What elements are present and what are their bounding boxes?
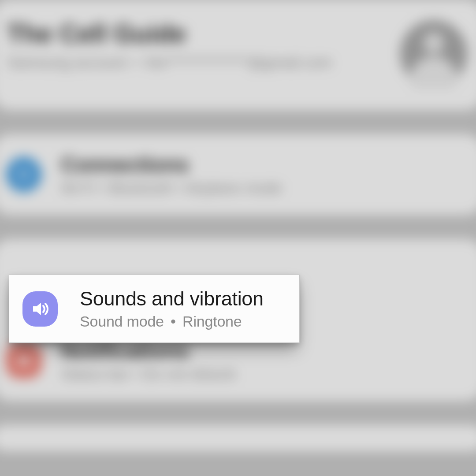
sounds-sub-2: Ringtone	[182, 313, 242, 330]
speaker-icon	[22, 291, 58, 327]
sounds-subtitle: Sound mode • Ringtone	[80, 313, 286, 330]
dim-overlay	[0, 0, 476, 476]
sounds-title: Sounds and vibration	[80, 287, 286, 310]
separator-dot: •	[171, 313, 176, 330]
sounds-and-vibration-item[interactable]: Sounds and vibration Sound mode • Ringto…	[9, 275, 300, 343]
sounds-sub-1: Sound mode	[80, 313, 164, 330]
